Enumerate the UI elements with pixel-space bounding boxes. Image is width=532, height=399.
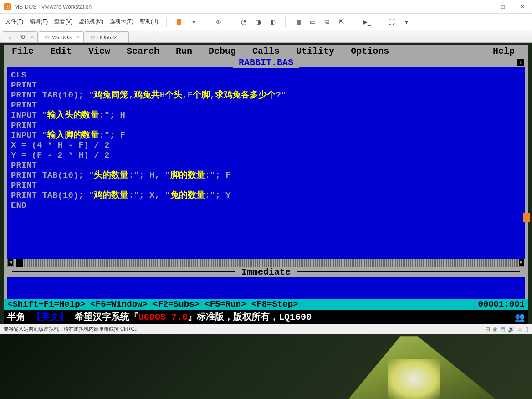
tab-dos622[interactable]: ▭ DOS622 <box>85 31 129 42</box>
qb-menu-help[interactable]: Help <box>485 46 528 56</box>
menu-edit[interactable]: 编辑(E) <box>30 18 48 26</box>
ime-icon[interactable]: 👥 <box>515 312 525 322</box>
immediate-titlebar: Immediate <box>4 267 528 277</box>
close-icon[interactable]: ✕ <box>77 35 80 40</box>
pause-icon[interactable] <box>175 18 183 26</box>
home-icon: ⌂ <box>8 35 13 40</box>
horizontal-scrollbar[interactable] <box>4 259 528 267</box>
maximize-arrow-icon[interactable]: ↕ <box>517 59 524 66</box>
code-editor[interactable]: CLS PRINT PRINT TAB(10); "鸡兔同笼,鸡兔共H个头,F个… <box>4 67 528 259</box>
revert-icon[interactable]: ◑ <box>254 18 262 26</box>
dos-screen[interactable]: File Edit View Search Run Debug Calls Ut… <box>4 45 528 324</box>
app-icon <box>4 3 11 10</box>
window-titlebar: MS-DOS - VMware Workstation — □ ✕ <box>0 0 532 14</box>
immediate-label: Immediate <box>235 267 297 277</box>
tent-image <box>322 333 496 399</box>
qb-menu-options[interactable]: Options <box>343 46 397 56</box>
qb-menu-search[interactable]: Search <box>118 46 168 56</box>
menu-file[interactable]: 文件(F) <box>5 18 23 26</box>
layout1-icon[interactable]: ▥ <box>294 18 302 26</box>
qb-menu-debug[interactable]: Debug <box>200 46 244 56</box>
desktop-background <box>0 333 532 399</box>
disk-icon[interactable]: ⊟ <box>486 326 490 332</box>
vm-tabbar: ⌂ 主页 ✕ ▭ MS-DOS ✕ ▭ DOS622 <box>0 30 532 43</box>
menu-tabs[interactable]: 选项卡(T) <box>110 18 133 26</box>
tab-label: 主页 <box>15 34 26 41</box>
close-icon[interactable]: ✕ <box>31 35 34 40</box>
qb-menu-utility[interactable]: Utility <box>288 46 343 56</box>
vm-icon: ▭ <box>44 35 49 40</box>
menu-view[interactable]: 查看(V) <box>54 18 72 26</box>
status-message: 要将输入定向到该虚拟机，请在虚拟机内部单击或按 Ctrl+G。 <box>4 326 486 332</box>
dropdown2-icon[interactable]: ▾ <box>402 18 410 26</box>
layout2-icon[interactable]: ▭ <box>308 18 317 26</box>
input-language: 【英文】 <box>32 311 68 323</box>
send-icon[interactable]: ⊕ <box>215 18 223 26</box>
scroll-thumb[interactable] <box>523 213 530 222</box>
input-mode: 半角 <box>7 311 26 323</box>
qb-filename: RABBIT.BAS <box>233 57 299 68</box>
sound-icon[interactable]: 🔊 <box>508 326 515 332</box>
console-icon[interactable]: ▶_ <box>363 18 371 26</box>
cd-icon[interactable]: ◉ <box>493 326 497 332</box>
cursor-position: 00001:001 <box>478 299 525 309</box>
qb-file-titlebar: RABBIT.BAS ↕ <box>4 57 528 67</box>
vertical-scrollbar[interactable] <box>525 67 528 259</box>
dropdown-icon[interactable]: ▾ <box>189 18 198 26</box>
layout3-icon[interactable]: ⧉ <box>323 18 331 26</box>
close-button[interactable]: ✕ <box>517 2 528 12</box>
floppy-icon[interactable]: ▤ <box>500 326 505 332</box>
qbasic-menubar: File Edit View Search Run Debug Calls Ut… <box>4 45 528 57</box>
window-title: MS-DOS - VMware Workstation <box>15 4 477 10</box>
tab-home[interactable]: ⌂ 主页 ✕ <box>3 31 38 42</box>
qb-menu-view[interactable]: View <box>80 46 118 56</box>
menu-vm[interactable]: 虚拟机(M) <box>79 18 103 26</box>
vm-icon: ▭ <box>90 35 95 40</box>
shortcut-hints: <Shift+F1=Help> <F6=Window> <F2=Subs> <F… <box>7 299 478 309</box>
menu-help[interactable]: 帮助(H) <box>140 18 159 26</box>
minimize-button[interactable]: — <box>477 2 490 12</box>
snapshot-icon[interactable]: ◔ <box>240 18 248 26</box>
tab-msdos[interactable]: ▭ MS-DOS ✕ <box>39 31 84 42</box>
qb-statusbar: <Shift+F1=Help> <F6=Window> <F2=Subs> <F… <box>4 299 528 310</box>
fullscreen-icon[interactable]: ⛶ <box>388 18 396 26</box>
immediate-window[interactable] <box>4 277 528 299</box>
network-icon[interactable]: ▭ <box>517 326 522 332</box>
manage-icon[interactable]: ◐ <box>269 18 277 26</box>
qb-menu-run[interactable]: Run <box>168 46 200 56</box>
tab-label: DOS622 <box>97 35 117 40</box>
vmware-menubar: 文件(F) 编辑(E) 查看(V) 虚拟机(M) 选项卡(T) 帮助(H) ▾ … <box>0 14 532 30</box>
vmware-statusbar: 要将输入定向到该虚拟机，请在虚拟机内部单击或按 Ctrl+G。 ⊟ ◉ ▤ 🔊 … <box>0 324 532 334</box>
scroll-thumb[interactable] <box>16 259 23 267</box>
ucdos-statusbar: 半角 【英文】 希望汉字系统『UCDOS 7.0』标准版，版权所有，LQ1600… <box>4 310 528 324</box>
printer-model: LQ1600 <box>279 312 312 322</box>
qb-menu-file[interactable]: File <box>4 46 42 56</box>
maximize-button[interactable]: □ <box>498 2 508 12</box>
usb-icon[interactable]: ▯ <box>525 326 528 332</box>
ucdos-text: 希望汉字系统『UCDOS 7.0』标准版，版权所有，LQ1600 <box>75 311 312 323</box>
ucdos-brand: UCDOS 7.0 <box>138 312 188 322</box>
qb-menu-edit[interactable]: Edit <box>42 46 80 56</box>
qb-menu-calls[interactable]: Calls <box>244 46 288 56</box>
tab-label: MS-DOS <box>51 35 72 40</box>
layout4-icon[interactable]: ⇱ <box>338 18 346 26</box>
